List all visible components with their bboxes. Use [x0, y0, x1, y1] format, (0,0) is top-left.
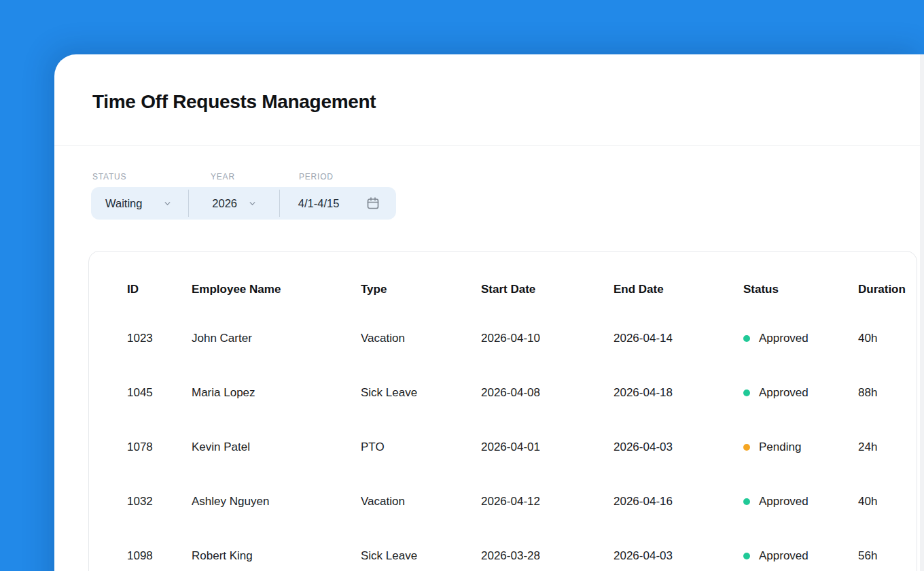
chevron-down-icon	[163, 199, 172, 208]
cell-employee-name: Robert King	[192, 549, 361, 563]
status-dot-icon	[743, 498, 750, 505]
cell-status: Approved	[743, 495, 858, 508]
chevron-down-icon	[248, 199, 257, 208]
status-filter-label: STATUS	[92, 172, 126, 181]
content-sheet: Time Off Requests Management STATUS YEAR…	[54, 54, 924, 571]
cell-end-date: 2026-04-18	[614, 386, 743, 400]
filter-bar: STATUS YEAR PERIOD Waiting 2026 4/1-4/15	[91, 172, 396, 220]
cell-duration: 40h	[858, 332, 918, 345]
status-dot-icon	[743, 390, 750, 396]
cell-start-date: 2026-03-28	[481, 549, 614, 563]
status-dot-icon	[743, 553, 750, 559]
cell-duration: 24h	[858, 440, 918, 454]
period-filter-field[interactable]: 4/1-4/15	[280, 187, 396, 220]
year-filter-value: 2026	[212, 197, 237, 210]
status-text: Approved	[759, 386, 808, 400]
status-text: Approved	[759, 549, 808, 563]
requests-table: ID Employee Name Type Start Date End Dat…	[88, 251, 917, 571]
cell-duration: 56h	[858, 549, 918, 563]
table-row[interactable]: 1078 Kevin Patel PTO 2026-04-01 2026-04-…	[89, 420, 917, 474]
cell-employee-name: Maria Lopez	[192, 386, 361, 400]
table-row[interactable]: 1098 Robert King Sick Leave 2026-03-28 2…	[89, 529, 917, 571]
table-row[interactable]: 1045 Maria Lopez Sick Leave 2026-04-08 2…	[89, 366, 917, 420]
page-header: Time Off Requests Management	[54, 54, 924, 146]
table-row[interactable]: 1032 Ashley Nguyen Vacation 2026-04-12 2…	[89, 474, 917, 529]
column-header-status: Status	[743, 283, 858, 296]
status-dot-icon	[743, 335, 750, 342]
cell-type: Sick Leave	[361, 549, 481, 563]
column-header-type: Type	[361, 283, 481, 296]
cell-id: 1032	[127, 495, 192, 508]
status-dot-icon	[743, 444, 750, 451]
cell-duration: 88h	[858, 386, 918, 400]
cell-type: Vacation	[361, 332, 481, 345]
cell-id: 1045	[127, 386, 192, 400]
cell-end-date: 2026-04-03	[614, 549, 743, 563]
scrollbar-track[interactable]	[920, 54, 924, 571]
year-filter-dropdown[interactable]: 2026	[189, 187, 279, 220]
column-header-duration: Duration	[858, 283, 918, 296]
status-text: Approved	[759, 495, 808, 508]
cell-id: 1098	[127, 549, 192, 563]
cell-id: 1078	[127, 440, 192, 454]
cell-status: Approved	[743, 549, 858, 563]
cell-type: Vacation	[361, 495, 481, 508]
cell-type: PTO	[361, 440, 481, 454]
status-text: Pending	[759, 440, 801, 454]
table-row[interactable]: 1023 John Carter Vacation 2026-04-10 202…	[89, 311, 917, 366]
cell-end-date: 2026-04-03	[614, 440, 743, 454]
cell-start-date: 2026-04-12	[481, 495, 614, 508]
column-header-end-date: End Date	[614, 283, 743, 296]
cell-employee-name: Kevin Patel	[192, 440, 361, 454]
cell-type: Sick Leave	[361, 386, 481, 400]
year-filter-label: YEAR	[211, 172, 235, 181]
filter-pill: Waiting 2026 4/1-4/15	[91, 187, 396, 220]
status-text: Approved	[759, 332, 808, 345]
cell-start-date: 2026-04-01	[481, 440, 614, 454]
calendar-icon	[365, 195, 381, 211]
cell-status: Approved	[743, 332, 858, 345]
status-filter-dropdown[interactable]: Waiting	[91, 187, 188, 220]
column-header-id: ID	[127, 283, 192, 296]
filter-labels: STATUS YEAR PERIOD	[91, 172, 396, 182]
cell-status: Pending	[743, 440, 858, 454]
table-header-row: ID Employee Name Type Start Date End Dat…	[89, 268, 917, 311]
column-header-start-date: Start Date	[481, 283, 614, 296]
cell-status: Approved	[743, 386, 858, 400]
cell-end-date: 2026-04-14	[614, 332, 743, 345]
period-filter-value: 4/1-4/15	[298, 197, 340, 210]
cell-start-date: 2026-04-08	[481, 386, 614, 400]
cell-duration: 40h	[858, 495, 918, 508]
cell-employee-name: Ashley Nguyen	[192, 495, 361, 508]
column-header-employee-name: Employee Name	[192, 283, 361, 296]
cell-start-date: 2026-04-10	[481, 332, 614, 345]
page-title: Time Off Requests Management	[92, 91, 924, 113]
cell-end-date: 2026-04-16	[614, 495, 743, 508]
status-filter-value: Waiting	[105, 197, 142, 210]
cell-id: 1023	[127, 332, 192, 345]
cell-employee-name: John Carter	[192, 332, 361, 345]
period-filter-label: PERIOD	[299, 172, 334, 181]
